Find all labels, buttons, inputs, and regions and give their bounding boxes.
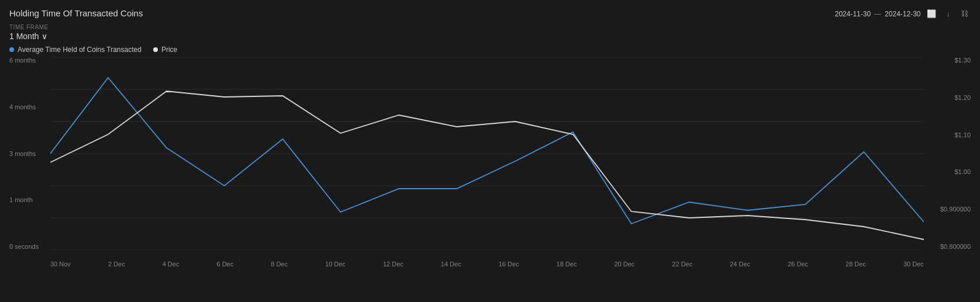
x-label-3: 6 Dec [216, 261, 233, 268]
header-row: Holding Time Of Transacted Coins 2024-11… [9, 8, 971, 19]
y-label-1month: 1 month [9, 197, 33, 203]
date-start: 2024-11-30 [835, 10, 871, 18]
y-label-0_90: $0.900000 [940, 206, 971, 213]
legend: Average Time Held of Coins Transacted Pr… [9, 46, 971, 54]
x-label-10: 20 Dec [614, 261, 634, 268]
y-axis-right: $1.30 $1.20 $1.10 $1.00 $0.900000 $0.800… [924, 57, 971, 250]
x-label-5: 10 Dec [325, 261, 346, 268]
chart-svg [50, 57, 924, 250]
y-label-6months: 6 months [9, 57, 36, 64]
share-button[interactable]: ⛓ [958, 8, 971, 19]
x-label-13: 26 Dec [788, 261, 808, 268]
x-axis: 30 Nov 2 Dec 4 Dec 6 Dec 8 Dec 10 Dec 12… [50, 251, 924, 268]
date-range: 2024-11-30 — 2024-12-30 ⬜ [835, 8, 938, 19]
x-label-9: 18 Dec [557, 261, 577, 268]
y-label-0seconds: 0 seconds [9, 244, 39, 250]
timeframe-label: TIME FRAME [9, 24, 971, 30]
y-label-3months: 3 months [9, 151, 36, 157]
y-label-1_00: $1.00 [954, 169, 971, 175]
chevron-down-icon: ∨ [42, 32, 47, 41]
timeframe-section: TIME FRAME 1 Month ∨ [9, 24, 971, 41]
x-label-2: 4 Dec [163, 261, 180, 268]
x-label-6: 12 Dec [383, 261, 403, 268]
y-label-4months: 4 months [9, 104, 36, 110]
x-label-12: 24 Dec [730, 261, 750, 268]
legend-item-white: Price [153, 46, 177, 54]
blue-line-series [50, 78, 924, 224]
y-label-1_30: $1.30 [954, 57, 971, 64]
y-label-0_80: $0.800000 [940, 244, 971, 250]
chart-inner [50, 57, 924, 250]
main-container: Holding Time Of Transacted Coins 2024-11… [0, 0, 980, 302]
legend-label-1: Average Time Held of Coins Transacted [18, 46, 142, 54]
x-label-14: 28 Dec [846, 261, 866, 268]
timeframe-selector[interactable]: 1 Month ∨ [9, 32, 971, 41]
y-label-1_20: $1.20 [954, 95, 971, 101]
chart-title: Holding Time Of Transacted Coins [9, 8, 143, 18]
calendar-button[interactable]: ⬜ [924, 8, 938, 19]
timeframe-value: 1 Month [9, 32, 39, 41]
x-label-15: 30 Dec [903, 261, 924, 268]
date-end: 2024-12-30 [885, 10, 920, 18]
x-label-4: 8 Dec [271, 261, 288, 268]
y-axis-left: 6 months 4 months 3 months 1 month 0 sec… [9, 57, 50, 250]
white-dot-icon [153, 47, 158, 52]
date-separator: — [874, 10, 881, 18]
legend-label-2: Price [161, 46, 177, 54]
download-button[interactable]: ↓ [944, 8, 953, 19]
legend-item-blue: Average Time Held of Coins Transacted [9, 46, 142, 54]
title-section: Holding Time Of Transacted Coins [9, 8, 143, 18]
header-right: 2024-11-30 — 2024-12-30 ⬜ ↓ ⛓ [835, 8, 971, 19]
x-label-11: 22 Dec [672, 261, 692, 268]
x-label-1: 2 Dec [108, 261, 125, 268]
y-label-1_10: $1.10 [954, 132, 971, 138]
blue-dot-icon [9, 47, 14, 52]
chart-area: 6 months 4 months 3 months 1 month 0 sec… [9, 57, 971, 268]
x-label-0: 30 Nov [50, 261, 71, 268]
white-line-series [50, 91, 924, 239]
x-label-7: 14 Dec [441, 261, 461, 268]
x-label-8: 16 Dec [499, 261, 519, 268]
